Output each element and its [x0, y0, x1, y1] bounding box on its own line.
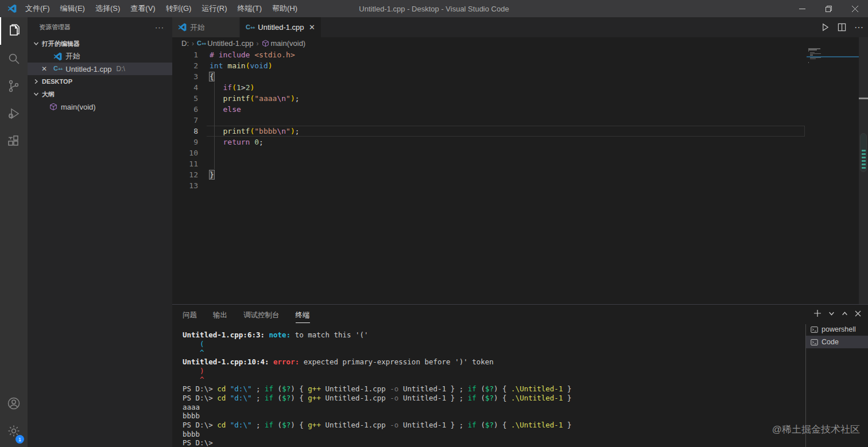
- code-line-8[interactable]: printf("bbbb\n");: [210, 126, 300, 137]
- token: {: [210, 72, 214, 81]
- new-terminal-icon[interactable]: [813, 309, 822, 317]
- token: $?: [282, 394, 290, 402]
- code-line-2[interactable]: int main(void): [210, 60, 300, 71]
- panel-tab-0[interactable]: 问题: [183, 308, 197, 323]
- chevron-right-icon: ›: [255, 40, 260, 48]
- terminal-item-powershell[interactable]: powershell: [806, 323, 868, 336]
- code-line-13[interactable]: [210, 180, 300, 191]
- more-actions-icon[interactable]: ···: [854, 22, 863, 33]
- restore-button[interactable]: [815, 0, 842, 17]
- token: .\Untitled-1: [511, 384, 563, 393]
- close-tab-icon[interactable]: ✕: [309, 23, 315, 32]
- open-editors-section[interactable]: 打开的编辑器: [28, 37, 172, 50]
- token: ) {: [290, 384, 308, 393]
- line-number: 3: [172, 71, 198, 82]
- breadcrumb-file[interactable]: Untitled-1.cpp: [207, 39, 253, 48]
- token: bbbb: [183, 430, 200, 438]
- settings-gear-icon[interactable]: 1: [0, 417, 28, 445]
- terminal-line-4[interactable]: Untitled-1.cpp:10:4: error: expected pri…: [183, 357, 571, 367]
- terminal-line-2[interactable]: (: [183, 340, 571, 349]
- account-icon[interactable]: [0, 390, 28, 417]
- terminal-line-8[interactable]: PS D:\> cd "d:\" ; if ($?) { g++ Untitle…: [183, 394, 571, 403]
- activity-bar-bottom: 1: [0, 390, 28, 445]
- panel-tab-2[interactable]: 调试控制台: [243, 308, 280, 323]
- code-line-3[interactable]: {: [210, 71, 300, 82]
- token: PS D:\>: [183, 438, 213, 447]
- menu-item-2[interactable]: 选择(S): [90, 0, 125, 17]
- code-line-12[interactable]: }: [210, 169, 300, 180]
- close-window-button[interactable]: [842, 0, 868, 17]
- open-editor-welcome[interactable]: 开始: [28, 50, 172, 63]
- code-line-11[interactable]: [210, 158, 300, 169]
- panel-tab-1[interactable]: 输出: [213, 308, 227, 323]
- token: ): [268, 61, 273, 70]
- terminal-line-13[interactable]: PS D:\>: [183, 438, 571, 447]
- token: return: [223, 138, 254, 146]
- maximize-panel-icon[interactable]: [842, 310, 848, 317]
- token: void: [250, 61, 268, 70]
- outline-item-label: main(void): [61, 103, 96, 111]
- menu-item-4[interactable]: 转到(G): [161, 0, 197, 17]
- token: g++: [308, 421, 321, 429]
- code-line-1[interactable]: # include <stdio.h>: [210, 49, 300, 60]
- code-line-10[interactable]: [210, 147, 300, 158]
- menu-item-0[interactable]: 文件(F): [20, 0, 55, 17]
- terminal-line-3[interactable]: ^: [183, 348, 571, 357]
- extensions-icon[interactable]: [0, 127, 28, 155]
- terminal-line-9[interactable]: aaaa: [183, 403, 571, 412]
- token: ": [286, 94, 290, 103]
- cpp-file-icon: C++: [53, 65, 62, 72]
- menu-item-5[interactable]: 运行(R): [196, 0, 232, 17]
- close-panel-icon[interactable]: [855, 310, 861, 317]
- menu-item-6[interactable]: 终端(T): [232, 0, 267, 17]
- terminal-line-11[interactable]: PS D:\> cd "d:\" ; if ($?) { g++ Untitle…: [183, 421, 571, 430]
- run-button[interactable]: [821, 23, 830, 32]
- token: [226, 421, 230, 429]
- split-editor-icon[interactable]: [838, 23, 846, 32]
- terminal-line-5[interactable]: ): [183, 367, 571, 376]
- folder-section-desktop[interactable]: DESKTOP: [28, 75, 172, 88]
- minimize-button[interactable]: [789, 0, 815, 17]
- token: if: [265, 394, 273, 402]
- token: else: [223, 105, 241, 114]
- search-icon[interactable]: [0, 45, 28, 72]
- code-line-4[interactable]: if(1>2): [210, 82, 300, 93]
- terminal-output[interactable]: Untitled-1.cpp:6:3: note: to match this …: [183, 331, 571, 447]
- terminal-item-code[interactable]: Code: [806, 336, 868, 348]
- menu-item-3[interactable]: 查看(V): [125, 0, 160, 17]
- tab-welcome[interactable]: 开始: [172, 17, 240, 37]
- explorer-icon[interactable]: [0, 17, 28, 45]
- terminal-dropdown-icon[interactable]: [828, 310, 835, 317]
- line-number: 12: [172, 169, 198, 180]
- editor-tab-bar: 开始 C++ Untitled-1.cpp ✕ ···: [172, 17, 868, 37]
- outline-item-main[interactable]: main(void): [28, 100, 172, 113]
- token: \n: [277, 127, 286, 135]
- code-editor[interactable]: 12345678910111213 # include <stdio.h>int…: [172, 49, 807, 304]
- terminal-line-10[interactable]: bbbb: [183, 411, 571, 421]
- token: aaaa: [183, 403, 200, 411]
- terminal-line-12[interactable]: bbbb: [183, 430, 571, 439]
- token: int: [210, 61, 227, 70]
- token: printf: [223, 94, 250, 103]
- more-actions-icon[interactable]: ···: [155, 23, 164, 32]
- terminal-line-7[interactable]: PS D:\> cd "d:\" ; if ($?) { g++ Untitle…: [183, 384, 571, 394]
- panel-tab-3[interactable]: 终端: [296, 308, 310, 323]
- tab-untitled-cpp[interactable]: C++ Untitled-1.cpp ✕: [240, 17, 321, 37]
- source-control-icon[interactable]: [0, 72, 28, 100]
- minimap[interactable]: [807, 48, 859, 83]
- breadcrumb-symbol[interactable]: main(void): [271, 39, 306, 48]
- breadcrumb-drive[interactable]: D:: [181, 39, 189, 48]
- close-icon[interactable]: ✕: [41, 65, 47, 73]
- menu-item-7[interactable]: 帮助(H): [267, 0, 303, 17]
- outline-section[interactable]: 大纲: [28, 88, 172, 100]
- code-line-6[interactable]: else: [210, 104, 300, 115]
- code-line-9[interactable]: return 0;: [210, 137, 300, 147]
- code-line-5[interactable]: printf("aaaa\n");: [210, 93, 300, 104]
- cpp-file-icon: C++: [197, 40, 206, 47]
- run-debug-icon[interactable]: [0, 100, 28, 127]
- terminal-line-1[interactable]: Untitled-1.cpp:6:3: note: to match this …: [183, 331, 571, 340]
- terminal-line-6[interactable]: ^: [183, 375, 571, 384]
- open-editor-untitled[interactable]: ✕ C++ Untitled-1.cpp D:\: [28, 63, 172, 75]
- code-line-7[interactable]: [210, 115, 300, 126]
- menu-item-1[interactable]: 编辑(E): [55, 0, 90, 17]
